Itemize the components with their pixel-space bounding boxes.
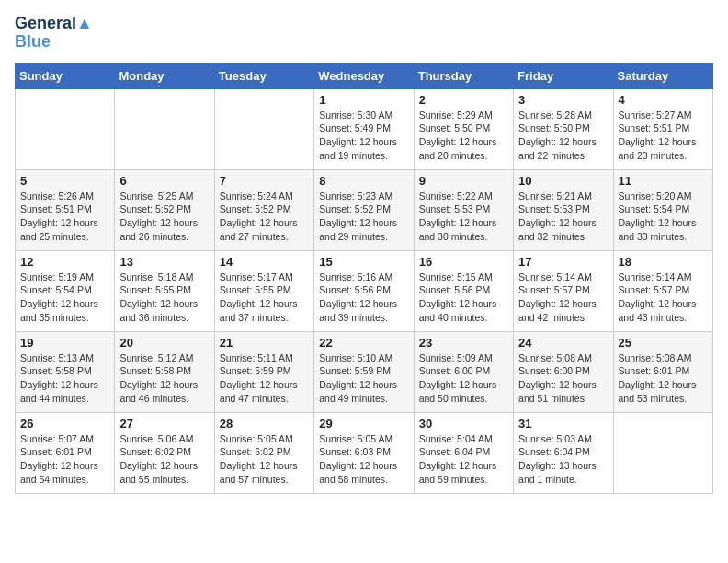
day-info: Sunrise: 5:20 AM Sunset: 5:54 PM Dayligh… <box>619 190 708 244</box>
calendar-cell: 19Sunrise: 5:13 AM Sunset: 5:58 PM Dayli… <box>16 331 115 412</box>
weekday-header: Saturday <box>613 63 712 88</box>
calendar-week-row: 26Sunrise: 5:07 AM Sunset: 6:01 PM Dayli… <box>16 412 713 493</box>
day-info: Sunrise: 5:25 AM Sunset: 5:52 PM Dayligh… <box>119 190 209 244</box>
calendar-cell: 7Sunrise: 5:24 AM Sunset: 5:52 PM Daylig… <box>214 169 313 250</box>
calendar-table: SundayMondayTuesdayWednesdayThursdayFrid… <box>15 63 713 494</box>
day-info: Sunrise: 5:05 AM Sunset: 6:02 PM Dayligh… <box>220 432 309 487</box>
calendar-cell: 17Sunrise: 5:14 AM Sunset: 5:57 PM Dayli… <box>514 250 613 331</box>
day-number: 20 <box>119 336 209 350</box>
day-info: Sunrise: 5:22 AM Sunset: 5:53 PM Dayligh… <box>419 190 508 244</box>
calendar-cell: 27Sunrise: 5:06 AM Sunset: 6:02 PM Dayli… <box>115 412 214 493</box>
day-number: 19 <box>20 336 109 350</box>
calendar-week-row: 1Sunrise: 5:30 AM Sunset: 5:49 PM Daylig… <box>16 88 713 169</box>
calendar-cell: 2Sunrise: 5:29 AM Sunset: 5:50 PM Daylig… <box>414 88 513 169</box>
day-number: 21 <box>220 336 309 350</box>
day-number: 12 <box>20 255 109 269</box>
weekday-header: Friday <box>514 63 613 88</box>
calendar-cell: 16Sunrise: 5:15 AM Sunset: 5:56 PM Dayli… <box>414 250 513 331</box>
calendar-cell: 11Sunrise: 5:20 AM Sunset: 5:54 PM Dayli… <box>613 169 712 250</box>
logo: General▲ Blue <box>15 15 93 52</box>
day-info: Sunrise: 5:13 AM Sunset: 5:58 PM Dayligh… <box>20 351 109 406</box>
day-info: Sunrise: 5:19 AM Sunset: 5:54 PM Dayligh… <box>20 270 109 325</box>
day-info: Sunrise: 5:14 AM Sunset: 5:57 PM Dayligh… <box>619 270 708 325</box>
day-number: 6 <box>119 174 209 188</box>
day-number: 7 <box>220 174 309 188</box>
calendar-cell: 6Sunrise: 5:25 AM Sunset: 5:52 PM Daylig… <box>115 169 214 250</box>
day-info: Sunrise: 5:10 AM Sunset: 5:59 PM Dayligh… <box>319 351 408 406</box>
day-number: 4 <box>619 93 708 107</box>
day-number: 31 <box>518 417 608 431</box>
day-info: Sunrise: 5:28 AM Sunset: 5:50 PM Dayligh… <box>518 109 608 163</box>
calendar-cell: 9Sunrise: 5:22 AM Sunset: 5:53 PM Daylig… <box>414 169 513 250</box>
day-number: 1 <box>319 93 408 107</box>
calendar-cell: 28Sunrise: 5:05 AM Sunset: 6:02 PM Dayli… <box>214 412 313 493</box>
calendar-cell: 22Sunrise: 5:10 AM Sunset: 5:59 PM Dayli… <box>314 331 414 412</box>
day-number: 29 <box>319 417 408 431</box>
day-number: 2 <box>419 93 508 107</box>
calendar-cell <box>613 412 712 493</box>
day-info: Sunrise: 5:27 AM Sunset: 5:51 PM Dayligh… <box>619 109 708 163</box>
calendar-cell <box>214 88 313 169</box>
day-number: 16 <box>419 255 508 269</box>
logo-blue: Blue <box>15 33 93 52</box>
calendar-cell: 20Sunrise: 5:12 AM Sunset: 5:58 PM Dayli… <box>115 331 214 412</box>
day-number: 10 <box>518 174 608 188</box>
calendar-week-row: 19Sunrise: 5:13 AM Sunset: 5:58 PM Dayli… <box>16 331 713 412</box>
weekday-header: Tuesday <box>214 63 313 88</box>
calendar-cell: 1Sunrise: 5:30 AM Sunset: 5:49 PM Daylig… <box>314 88 414 169</box>
calendar-cell: 14Sunrise: 5:17 AM Sunset: 5:55 PM Dayli… <box>214 250 313 331</box>
calendar-cell: 25Sunrise: 5:08 AM Sunset: 6:01 PM Dayli… <box>613 331 712 412</box>
day-info: Sunrise: 5:12 AM Sunset: 5:58 PM Dayligh… <box>119 351 209 406</box>
day-number: 18 <box>619 255 708 269</box>
day-info: Sunrise: 5:16 AM Sunset: 5:56 PM Dayligh… <box>319 270 408 325</box>
day-info: Sunrise: 5:11 AM Sunset: 5:59 PM Dayligh… <box>220 351 309 406</box>
day-number: 8 <box>319 174 408 188</box>
calendar-cell: 31Sunrise: 5:03 AM Sunset: 6:04 PM Dayli… <box>514 412 613 493</box>
day-number: 9 <box>419 174 508 188</box>
day-info: Sunrise: 5:14 AM Sunset: 5:57 PM Dayligh… <box>518 270 608 325</box>
calendar-cell: 26Sunrise: 5:07 AM Sunset: 6:01 PM Dayli… <box>16 412 115 493</box>
logo-text: General▲ <box>15 15 93 33</box>
day-number: 24 <box>518 336 608 350</box>
day-number: 27 <box>119 417 209 431</box>
day-info: Sunrise: 5:17 AM Sunset: 5:55 PM Dayligh… <box>220 270 309 325</box>
calendar-cell: 29Sunrise: 5:05 AM Sunset: 6:03 PM Dayli… <box>314 412 414 493</box>
day-info: Sunrise: 5:15 AM Sunset: 5:56 PM Dayligh… <box>419 270 508 325</box>
calendar-week-row: 5Sunrise: 5:26 AM Sunset: 5:51 PM Daylig… <box>16 169 713 250</box>
day-number: 14 <box>220 255 309 269</box>
day-info: Sunrise: 5:06 AM Sunset: 6:02 PM Dayligh… <box>119 432 209 487</box>
calendar-cell: 5Sunrise: 5:26 AM Sunset: 5:51 PM Daylig… <box>16 169 115 250</box>
day-number: 3 <box>518 93 608 107</box>
calendar-cell: 10Sunrise: 5:21 AM Sunset: 5:53 PM Dayli… <box>514 169 613 250</box>
day-info: Sunrise: 5:04 AM Sunset: 6:04 PM Dayligh… <box>419 432 508 487</box>
weekday-header: Monday <box>115 63 214 88</box>
day-info: Sunrise: 5:18 AM Sunset: 5:55 PM Dayligh… <box>119 270 209 325</box>
day-info: Sunrise: 5:08 AM Sunset: 6:01 PM Dayligh… <box>619 351 708 406</box>
calendar-cell: 24Sunrise: 5:08 AM Sunset: 6:00 PM Dayli… <box>514 331 613 412</box>
day-info: Sunrise: 5:03 AM Sunset: 6:04 PM Dayligh… <box>518 432 608 487</box>
weekday-header: Wednesday <box>314 63 414 88</box>
day-info: Sunrise: 5:24 AM Sunset: 5:52 PM Dayligh… <box>220 190 309 244</box>
day-number: 28 <box>220 417 309 431</box>
weekday-header-row: SundayMondayTuesdayWednesdayThursdayFrid… <box>16 63 713 88</box>
calendar-cell: 21Sunrise: 5:11 AM Sunset: 5:59 PM Dayli… <box>214 331 313 412</box>
day-info: Sunrise: 5:07 AM Sunset: 6:01 PM Dayligh… <box>20 432 109 487</box>
calendar-cell: 3Sunrise: 5:28 AM Sunset: 5:50 PM Daylig… <box>514 88 613 169</box>
page-header: General▲ Blue <box>15 15 713 52</box>
day-number: 13 <box>119 255 209 269</box>
day-info: Sunrise: 5:08 AM Sunset: 6:00 PM Dayligh… <box>518 351 608 406</box>
day-info: Sunrise: 5:30 AM Sunset: 5:49 PM Dayligh… <box>319 109 408 163</box>
calendar-cell <box>16 88 115 169</box>
calendar-cell <box>115 88 214 169</box>
day-number: 11 <box>619 174 708 188</box>
weekday-header: Thursday <box>414 63 513 88</box>
calendar-cell: 8Sunrise: 5:23 AM Sunset: 5:52 PM Daylig… <box>314 169 414 250</box>
day-number: 5 <box>20 174 109 188</box>
day-info: Sunrise: 5:09 AM Sunset: 6:00 PM Dayligh… <box>419 351 508 406</box>
day-number: 23 <box>419 336 508 350</box>
day-info: Sunrise: 5:26 AM Sunset: 5:51 PM Dayligh… <box>20 190 109 244</box>
day-number: 22 <box>319 336 408 350</box>
weekday-header: Sunday <box>16 63 115 88</box>
day-info: Sunrise: 5:29 AM Sunset: 5:50 PM Dayligh… <box>419 109 508 163</box>
calendar-week-row: 12Sunrise: 5:19 AM Sunset: 5:54 PM Dayli… <box>16 250 713 331</box>
